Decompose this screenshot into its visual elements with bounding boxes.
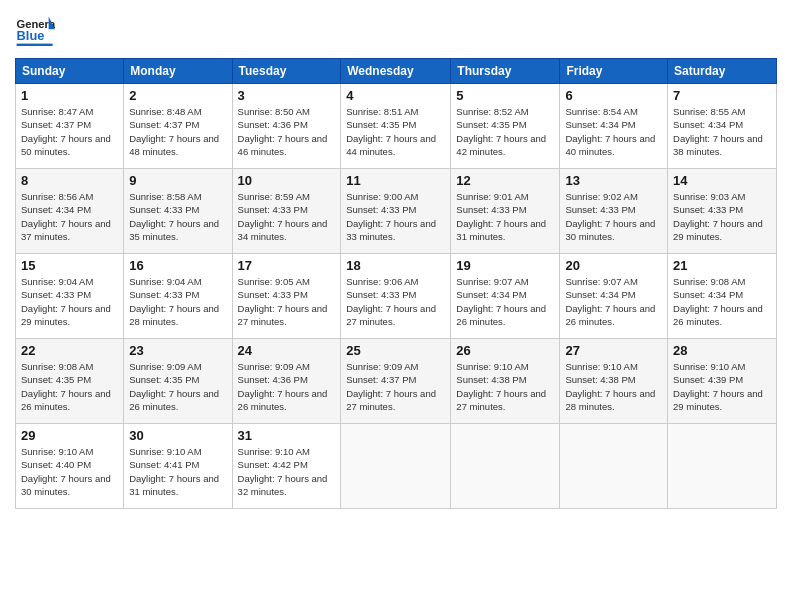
day-cell-16: 16Sunrise: 9:04 AMSunset: 4:33 PMDayligh… <box>124 254 232 339</box>
day-info: Sunrise: 8:51 AMSunset: 4:35 PMDaylight:… <box>346 105 445 158</box>
empty-cell <box>451 424 560 509</box>
day-number: 15 <box>21 258 118 273</box>
day-cell-21: 21Sunrise: 9:08 AMSunset: 4:34 PMDayligh… <box>668 254 777 339</box>
day-info: Sunrise: 9:10 AMSunset: 4:39 PMDaylight:… <box>673 360 771 413</box>
calendar-table: SundayMondayTuesdayWednesdayThursdayFrid… <box>15 58 777 509</box>
day-cell-27: 27Sunrise: 9:10 AMSunset: 4:38 PMDayligh… <box>560 339 668 424</box>
day-info: Sunrise: 9:07 AMSunset: 4:34 PMDaylight:… <box>565 275 662 328</box>
empty-cell <box>560 424 668 509</box>
day-info: Sunrise: 9:08 AMSunset: 4:34 PMDaylight:… <box>673 275 771 328</box>
weekday-monday: Monday <box>124 59 232 84</box>
day-number: 6 <box>565 88 662 103</box>
day-info: Sunrise: 9:00 AMSunset: 4:33 PMDaylight:… <box>346 190 445 243</box>
day-info: Sunrise: 9:06 AMSunset: 4:33 PMDaylight:… <box>346 275 445 328</box>
day-info: Sunrise: 8:47 AMSunset: 4:37 PMDaylight:… <box>21 105 118 158</box>
day-cell-28: 28Sunrise: 9:10 AMSunset: 4:39 PMDayligh… <box>668 339 777 424</box>
day-cell-2: 2Sunrise: 8:48 AMSunset: 4:37 PMDaylight… <box>124 84 232 169</box>
day-number: 9 <box>129 173 226 188</box>
day-info: Sunrise: 8:55 AMSunset: 4:34 PMDaylight:… <box>673 105 771 158</box>
day-cell-23: 23Sunrise: 9:09 AMSunset: 4:35 PMDayligh… <box>124 339 232 424</box>
day-info: Sunrise: 9:07 AMSunset: 4:34 PMDaylight:… <box>456 275 554 328</box>
day-number: 8 <box>21 173 118 188</box>
day-info: Sunrise: 8:54 AMSunset: 4:34 PMDaylight:… <box>565 105 662 158</box>
day-number: 1 <box>21 88 118 103</box>
day-number: 20 <box>565 258 662 273</box>
day-cell-17: 17Sunrise: 9:05 AMSunset: 4:33 PMDayligh… <box>232 254 341 339</box>
weekday-saturday: Saturday <box>668 59 777 84</box>
day-number: 14 <box>673 173 771 188</box>
day-cell-6: 6Sunrise: 8:54 AMSunset: 4:34 PMDaylight… <box>560 84 668 169</box>
weekday-header-row: SundayMondayTuesdayWednesdayThursdayFrid… <box>16 59 777 84</box>
calendar-week-1: 1Sunrise: 8:47 AMSunset: 4:37 PMDaylight… <box>16 84 777 169</box>
svg-rect-3 <box>17 44 53 46</box>
day-number: 29 <box>21 428 118 443</box>
day-info: Sunrise: 9:05 AMSunset: 4:33 PMDaylight:… <box>238 275 336 328</box>
day-cell-25: 25Sunrise: 9:09 AMSunset: 4:37 PMDayligh… <box>341 339 451 424</box>
day-cell-11: 11Sunrise: 9:00 AMSunset: 4:33 PMDayligh… <box>341 169 451 254</box>
weekday-tuesday: Tuesday <box>232 59 341 84</box>
day-number: 24 <box>238 343 336 358</box>
day-info: Sunrise: 8:58 AMSunset: 4:33 PMDaylight:… <box>129 190 226 243</box>
day-cell-19: 19Sunrise: 9:07 AMSunset: 4:34 PMDayligh… <box>451 254 560 339</box>
day-cell-31: 31Sunrise: 9:10 AMSunset: 4:42 PMDayligh… <box>232 424 341 509</box>
day-number: 3 <box>238 88 336 103</box>
empty-cell <box>668 424 777 509</box>
day-number: 7 <box>673 88 771 103</box>
day-info: Sunrise: 9:04 AMSunset: 4:33 PMDaylight:… <box>129 275 226 328</box>
day-number: 11 <box>346 173 445 188</box>
logo: General Blue <box>15 10 59 50</box>
day-cell-13: 13Sunrise: 9:02 AMSunset: 4:33 PMDayligh… <box>560 169 668 254</box>
calendar-week-5: 29Sunrise: 9:10 AMSunset: 4:40 PMDayligh… <box>16 424 777 509</box>
day-info: Sunrise: 9:09 AMSunset: 4:36 PMDaylight:… <box>238 360 336 413</box>
day-info: Sunrise: 9:10 AMSunset: 4:38 PMDaylight:… <box>565 360 662 413</box>
weekday-wednesday: Wednesday <box>341 59 451 84</box>
svg-text:Blue: Blue <box>17 28 45 43</box>
day-number: 18 <box>346 258 445 273</box>
day-info: Sunrise: 9:10 AMSunset: 4:40 PMDaylight:… <box>21 445 118 498</box>
day-number: 12 <box>456 173 554 188</box>
day-info: Sunrise: 9:09 AMSunset: 4:35 PMDaylight:… <box>129 360 226 413</box>
day-number: 17 <box>238 258 336 273</box>
day-number: 28 <box>673 343 771 358</box>
day-cell-9: 9Sunrise: 8:58 AMSunset: 4:33 PMDaylight… <box>124 169 232 254</box>
day-cell-22: 22Sunrise: 9:08 AMSunset: 4:35 PMDayligh… <box>16 339 124 424</box>
day-info: Sunrise: 9:09 AMSunset: 4:37 PMDaylight:… <box>346 360 445 413</box>
day-number: 27 <box>565 343 662 358</box>
page: General Blue SundayMondayTuesdayWednesda… <box>0 0 792 612</box>
day-info: Sunrise: 9:02 AMSunset: 4:33 PMDaylight:… <box>565 190 662 243</box>
calendar-week-4: 22Sunrise: 9:08 AMSunset: 4:35 PMDayligh… <box>16 339 777 424</box>
day-info: Sunrise: 9:08 AMSunset: 4:35 PMDaylight:… <box>21 360 118 413</box>
day-number: 13 <box>565 173 662 188</box>
day-info: Sunrise: 8:52 AMSunset: 4:35 PMDaylight:… <box>456 105 554 158</box>
day-number: 10 <box>238 173 336 188</box>
day-cell-4: 4Sunrise: 8:51 AMSunset: 4:35 PMDaylight… <box>341 84 451 169</box>
calendar-week-2: 8Sunrise: 8:56 AMSunset: 4:34 PMDaylight… <box>16 169 777 254</box>
day-info: Sunrise: 9:03 AMSunset: 4:33 PMDaylight:… <box>673 190 771 243</box>
day-number: 31 <box>238 428 336 443</box>
day-cell-12: 12Sunrise: 9:01 AMSunset: 4:33 PMDayligh… <box>451 169 560 254</box>
weekday-thursday: Thursday <box>451 59 560 84</box>
day-cell-7: 7Sunrise: 8:55 AMSunset: 4:34 PMDaylight… <box>668 84 777 169</box>
day-info: Sunrise: 9:01 AMSunset: 4:33 PMDaylight:… <box>456 190 554 243</box>
day-number: 5 <box>456 88 554 103</box>
day-info: Sunrise: 9:10 AMSunset: 4:42 PMDaylight:… <box>238 445 336 498</box>
day-cell-29: 29Sunrise: 9:10 AMSunset: 4:40 PMDayligh… <box>16 424 124 509</box>
day-cell-24: 24Sunrise: 9:09 AMSunset: 4:36 PMDayligh… <box>232 339 341 424</box>
day-number: 2 <box>129 88 226 103</box>
header: General Blue <box>15 10 777 50</box>
day-info: Sunrise: 8:59 AMSunset: 4:33 PMDaylight:… <box>238 190 336 243</box>
day-number: 4 <box>346 88 445 103</box>
day-cell-20: 20Sunrise: 9:07 AMSunset: 4:34 PMDayligh… <box>560 254 668 339</box>
day-cell-10: 10Sunrise: 8:59 AMSunset: 4:33 PMDayligh… <box>232 169 341 254</box>
day-info: Sunrise: 9:10 AMSunset: 4:38 PMDaylight:… <box>456 360 554 413</box>
day-info: Sunrise: 8:48 AMSunset: 4:37 PMDaylight:… <box>129 105 226 158</box>
weekday-sunday: Sunday <box>16 59 124 84</box>
calendar-week-3: 15Sunrise: 9:04 AMSunset: 4:33 PMDayligh… <box>16 254 777 339</box>
day-cell-5: 5Sunrise: 8:52 AMSunset: 4:35 PMDaylight… <box>451 84 560 169</box>
day-number: 25 <box>346 343 445 358</box>
day-info: Sunrise: 8:56 AMSunset: 4:34 PMDaylight:… <box>21 190 118 243</box>
day-number: 23 <box>129 343 226 358</box>
day-cell-8: 8Sunrise: 8:56 AMSunset: 4:34 PMDaylight… <box>16 169 124 254</box>
logo-icon: General Blue <box>15 10 55 50</box>
day-number: 16 <box>129 258 226 273</box>
